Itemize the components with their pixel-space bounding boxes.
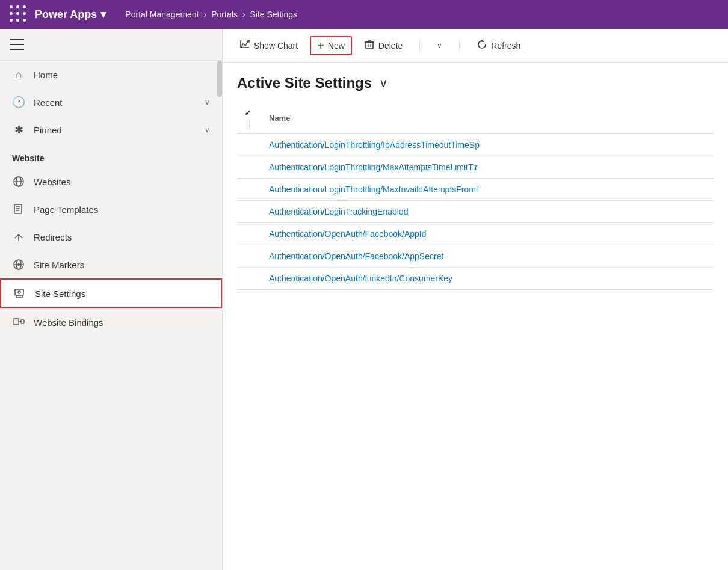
site-setting-link-3[interactable]: Authentication/LoginThrottling/MaxInvail… [269, 185, 478, 194]
table-cell-check-3 [237, 178, 262, 200]
site-setting-link-1[interactable]: Authentication/LoginThrottling/IpAddress… [269, 140, 480, 150]
refresh-button[interactable]: Refresh [469, 35, 528, 56]
svg-point-11 [17, 263, 20, 266]
sidebar-item-website-bindings[interactable]: Website Bindings [0, 308, 222, 336]
main-layout: ⌂ Home 🕐 Recent ∨ ✱ Pinned ∨ Website [0, 29, 728, 570]
pinned-icon: ✱ [12, 123, 25, 136]
site-markers-icon [12, 258, 25, 271]
site-settings-breadcrumb: Site Settings [250, 10, 297, 19]
delete-button[interactable]: Delete [357, 35, 410, 56]
svg-rect-12 [15, 289, 23, 295]
sidebar-item-page-templates[interactable]: Page Templates [0, 195, 222, 223]
table-cell-check-1 [237, 133, 262, 156]
breadcrumb-separator2: › [242, 10, 245, 19]
refresh-icon [477, 39, 487, 52]
website-bindings-icon [12, 316, 25, 329]
content-body: Active Site Settings ∨ ✓ Name [223, 63, 728, 570]
home-icon: ⌂ [12, 68, 25, 81]
site-setting-link-2[interactable]: Authentication/LoginThrottling/MaxAttemp… [269, 162, 478, 172]
table-header-check: ✓ [237, 103, 262, 133]
sidebar-content: ⌂ Home 🕐 Recent ∨ ✱ Pinned ∨ Website [0, 61, 222, 570]
table-row: Authentication/LoginTrackingEnabled [237, 200, 714, 222]
sidebar-item-site-markers[interactable]: Site Markers [0, 251, 222, 278]
table-cell-check-6 [237, 245, 262, 267]
new-label: New [328, 41, 345, 51]
show-chart-label: Show Chart [254, 41, 298, 51]
sidebar-item-site-settings[interactable]: Site Settings [0, 278, 222, 308]
table-row: Authentication/OpenAuth/Facebook/AppSecr… [237, 245, 714, 267]
table-row: Authentication/LoginThrottling/MaxInvail… [237, 178, 714, 200]
page-title-chevron-icon[interactable]: ∨ [379, 76, 388, 90]
app-title-text: Power Apps [35, 8, 97, 21]
page-title-row: Active Site Settings ∨ [237, 75, 714, 91]
table-cell-name-4: Authentication/LoginTrackingEnabled [262, 200, 714, 222]
portal-management-label[interactable]: Portal Management [125, 10, 199, 19]
sidebar-item-recent-label: Recent [34, 97, 196, 108]
more-options-button[interactable]: ∨ [430, 38, 449, 54]
app-title-chevron: ▾ [100, 8, 106, 21]
new-icon: + [317, 40, 324, 52]
sidebar-item-home-label: Home [34, 70, 210, 80]
sidebar-item-redirects[interactable]: Redirects [0, 223, 222, 251]
show-chart-button[interactable]: Show Chart [232, 35, 305, 56]
sidebar-item-websites[interactable]: Websites [0, 168, 222, 195]
portals-label[interactable]: Portals [211, 10, 238, 19]
table-row: Authentication/OpenAuth/LinkedIn/Consume… [237, 267, 714, 289]
table-cell-check-2 [237, 156, 262, 178]
page-templates-icon [12, 203, 25, 216]
page-title: Active Site Settings [237, 75, 372, 91]
sidebar-item-pinned-label: Pinned [34, 125, 196, 135]
site-setting-link-5[interactable]: Authentication/OpenAuth/Facebook/AppId [269, 229, 427, 239]
table-cell-check-5 [237, 222, 262, 245]
table-cell-name-3: Authentication/LoginThrottling/MaxInvail… [262, 178, 714, 200]
table-cell-name-7: Authentication/OpenAuth/LinkedIn/Consume… [262, 267, 714, 289]
svg-rect-19 [21, 320, 24, 323]
sidebar-item-website-bindings-label: Website Bindings [34, 317, 210, 328]
table-cell-name-1: Authentication/LoginThrottling/IpAddress… [262, 133, 714, 156]
svg-point-13 [18, 291, 20, 293]
col-divider [249, 118, 250, 128]
site-settings-icon [13, 287, 26, 300]
site-setting-link-6[interactable]: Authentication/OpenAuth/Facebook/AppSecr… [269, 251, 443, 261]
site-setting-link-7[interactable]: Authentication/OpenAuth/LinkedIn/Consume… [269, 274, 452, 283]
new-button[interactable]: + New [310, 36, 352, 55]
table-cell-check-4 [237, 200, 262, 222]
sidebar-item-home[interactable]: ⌂ Home [0, 61, 222, 88]
app-grid-icon[interactable] [10, 5, 28, 23]
more-options-icon: ∨ [437, 41, 442, 50]
show-chart-icon [239, 39, 250, 52]
recent-chevron-icon: ∨ [205, 98, 210, 106]
sidebar-menu-icon[interactable] [10, 37, 24, 52]
table-header-name: Name [262, 103, 714, 133]
website-section-title: Website [0, 144, 222, 168]
toolbar-divider1 [419, 41, 420, 51]
redirects-icon [12, 230, 25, 244]
refresh-label: Refresh [491, 41, 520, 51]
svg-rect-17 [14, 319, 19, 325]
app-title[interactable]: Power Apps ▾ [35, 8, 106, 21]
sidebar-item-site-markers-label: Site Markers [34, 260, 210, 270]
sidebar-header [0, 29, 222, 61]
sidebar-item-pinned[interactable]: ✱ Pinned ∨ [0, 116, 222, 144]
sidebar-item-recent[interactable]: 🕐 Recent ∨ [0, 88, 222, 116]
svg-rect-22 [366, 42, 373, 49]
table-cell-name-6: Authentication/OpenAuth/Facebook/AppSecr… [262, 245, 714, 267]
breadcrumb-separator1: › [204, 10, 207, 19]
toolbar-divider2 [459, 41, 460, 51]
table-row: Authentication/LoginThrottling/IpAddress… [237, 133, 714, 156]
websites-icon [12, 175, 25, 188]
toolbar: Show Chart + New Delete [223, 29, 728, 63]
site-settings-table: ✓ Name Authentication/LoginThrottling/Ip… [237, 103, 714, 290]
delete-icon [364, 39, 375, 52]
table-cell-name-2: Authentication/LoginThrottling/MaxAttemp… [262, 156, 714, 178]
sidebar-item-page-templates-label: Page Templates [34, 204, 210, 215]
table-cell-check-7 [237, 267, 262, 289]
recent-icon: 🕐 [12, 96, 25, 109]
sidebar-scrollbar[interactable] [217, 61, 222, 570]
pinned-chevron-icon: ∨ [205, 126, 210, 134]
table-row: Authentication/OpenAuth/Facebook/AppId [237, 222, 714, 245]
content-area: Show Chart + New Delete [223, 29, 728, 570]
top-bar: Power Apps ▾ Portal Management › Portals… [0, 0, 728, 29]
sidebar-item-websites-label: Websites [34, 177, 210, 187]
site-setting-link-4[interactable]: Authentication/LoginTrackingEnabled [269, 207, 408, 216]
